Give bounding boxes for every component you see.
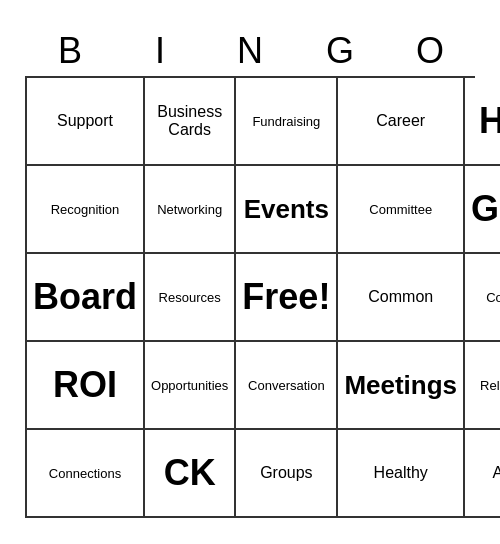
cell-r3-c2: Conversation bbox=[236, 342, 338, 430]
cell-r0-c2: Fundraising bbox=[236, 78, 338, 166]
cell-r3-c1: Opportunities bbox=[145, 342, 236, 430]
header-letter-B: B bbox=[25, 26, 115, 76]
cell-r0-c0: Support bbox=[27, 78, 145, 166]
cell-r0-c3: Career bbox=[338, 78, 465, 166]
cell-r4-c1: CK bbox=[145, 430, 236, 518]
cell-r2-c0: Board bbox=[27, 254, 145, 342]
cell-r1-c2: Events bbox=[236, 166, 338, 254]
cell-r4-c3: Healthy bbox=[338, 430, 465, 518]
cell-r4-c0: Connections bbox=[27, 430, 145, 518]
bingo-card: BINGO SupportBusiness CardsFundraisingCa… bbox=[15, 16, 485, 528]
cell-r2-c4: Community bbox=[465, 254, 500, 342]
header-letter-N: N bbox=[205, 26, 295, 76]
cell-r2-c2: Free! bbox=[236, 254, 338, 342]
cell-r3-c0: ROI bbox=[27, 342, 145, 430]
cell-r1-c3: Committee bbox=[338, 166, 465, 254]
bingo-header: BINGO bbox=[25, 26, 475, 76]
cell-r4-c4: Agency bbox=[465, 430, 500, 518]
cell-r3-c3: Meetings bbox=[338, 342, 465, 430]
header-letter-I: I bbox=[115, 26, 205, 76]
cell-r3-c4: Relationships bbox=[465, 342, 500, 430]
header-letter-G: G bbox=[295, 26, 385, 76]
cell-r0-c1: Business Cards bbox=[145, 78, 236, 166]
cell-r2-c1: Resources bbox=[145, 254, 236, 342]
header-letter-O: O bbox=[385, 26, 475, 76]
cell-r2-c3: Common bbox=[338, 254, 465, 342]
cell-r1-c4: Grant bbox=[465, 166, 500, 254]
bingo-grid: SupportBusiness CardsFundraisingCareerHo… bbox=[25, 76, 475, 518]
cell-r0-c4: Host bbox=[465, 78, 500, 166]
cell-r1-c1: Networking bbox=[145, 166, 236, 254]
cell-r4-c2: Groups bbox=[236, 430, 338, 518]
cell-r1-c0: Recognition bbox=[27, 166, 145, 254]
